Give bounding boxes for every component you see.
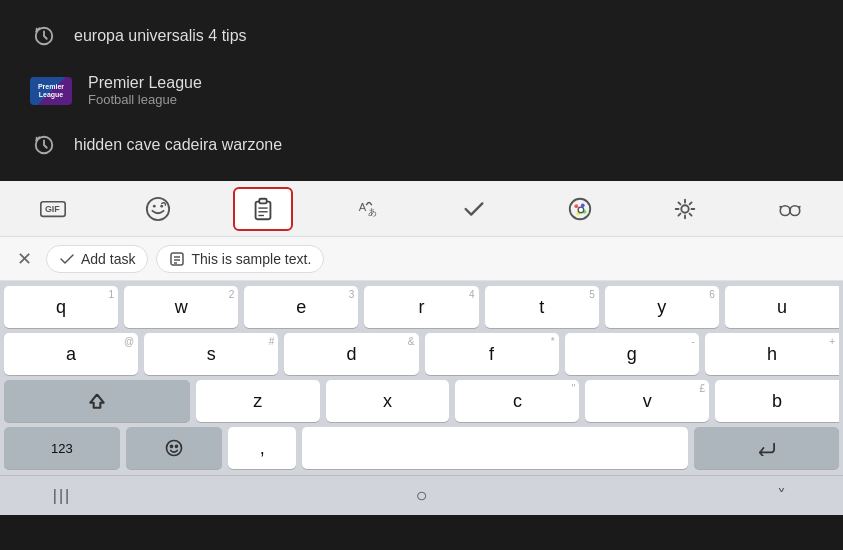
premier-league-thumb: PremierLeague (30, 77, 72, 105)
sample-text-pill[interactable]: This is sample text. (156, 245, 324, 273)
more-button[interactable] (760, 187, 820, 231)
svg-point-30 (167, 441, 182, 456)
add-task-pill[interactable]: Add task (46, 245, 148, 273)
history-icon-3 (30, 131, 58, 159)
suggestions-bar: ✕ Add task This is sample text. (0, 237, 843, 281)
key-row-2: a@ s# d& f* g- h+ (0, 328, 843, 375)
key-u[interactable]: u (725, 286, 839, 328)
key-q[interactable]: q1 (4, 286, 118, 328)
sample-text-label: This is sample text. (191, 251, 311, 267)
key-g[interactable]: g- (565, 333, 699, 375)
key-v[interactable]: v£ (585, 380, 709, 422)
key-x[interactable]: x (326, 380, 450, 422)
comma-key[interactable]: , (228, 427, 296, 469)
key-d[interactable]: d& (284, 333, 418, 375)
key-h[interactable]: h+ (705, 333, 839, 375)
menu-icon: ||| (53, 487, 71, 505)
svg-text:あ: あ (368, 206, 377, 216)
suggestion-text-group-2: Premier League Football league (88, 74, 202, 107)
palette-button[interactable] (550, 187, 610, 231)
bottom-nav: ||| ○ ˅ (0, 475, 843, 515)
gif-button[interactable]: GIF (23, 187, 83, 231)
emoji-key[interactable] (126, 427, 223, 469)
check-button[interactable] (444, 187, 504, 231)
suggestion-text-1: europa universalis 4 tips (74, 27, 247, 45)
sticker-button[interactable] (128, 187, 188, 231)
back-nav-button[interactable]: ˅ (759, 481, 803, 511)
close-suggestions-button[interactable]: ✕ (10, 245, 38, 273)
key-y[interactable]: y6 (605, 286, 719, 328)
key-e[interactable]: e3 (244, 286, 358, 328)
svg-point-15 (574, 204, 578, 208)
svg-point-5 (153, 204, 156, 207)
key-f[interactable]: f* (425, 333, 559, 375)
action-key[interactable] (694, 427, 839, 469)
keyboard: q1 w2 e3 r4 t5 y6 u a@ s# d& f* g- h+ z-… (0, 281, 843, 475)
add-task-label: Add task (81, 251, 135, 267)
key-z[interactable]: z- (196, 380, 320, 422)
svg-point-20 (681, 205, 688, 212)
svg-line-23 (780, 206, 782, 207)
svg-point-31 (171, 445, 173, 447)
key-row-4: 123 , (0, 422, 843, 475)
suggestion-item-1[interactable]: europa universalis 4 tips (0, 10, 843, 62)
key-w[interactable]: w2 (124, 286, 238, 328)
numbers-key[interactable]: 123 (4, 427, 120, 469)
suggestion-item-3[interactable]: hidden cave cadeira warzone (0, 119, 843, 171)
key-s[interactable]: s# (144, 333, 278, 375)
key-a[interactable]: a@ (4, 333, 138, 375)
key-row-1: q1 w2 e3 r4 t5 y6 u (0, 281, 843, 328)
settings-button[interactable] (655, 187, 715, 231)
key-r[interactable]: r4 (364, 286, 478, 328)
svg-text:A: A (359, 200, 367, 212)
clipboard-button[interactable] (233, 187, 293, 231)
home-icon: ○ (415, 484, 427, 507)
svg-point-4 (147, 197, 169, 219)
svg-rect-8 (260, 198, 267, 203)
home-nav-button[interactable]: ○ (400, 481, 444, 511)
key-t[interactable]: t5 (485, 286, 599, 328)
back-icon: ˅ (777, 485, 786, 507)
key-row-3: z- x c" v£ b (0, 375, 843, 422)
suggestion-text-3: hidden cave cadeira warzone (74, 136, 282, 154)
translate-button[interactable]: A あ (339, 187, 399, 231)
key-c[interactable]: c" (455, 380, 579, 422)
menu-nav-button[interactable]: ||| (40, 481, 84, 511)
history-icon-1 (30, 22, 58, 50)
svg-point-32 (176, 445, 178, 447)
shift-key[interactable] (4, 380, 190, 422)
key-b[interactable]: b (715, 380, 839, 422)
suggestion-subtitle-2: Football league (88, 92, 202, 107)
suggestion-item-2[interactable]: PremierLeague Premier League Football le… (0, 62, 843, 119)
suggestion-text-2: Premier League (88, 74, 202, 92)
svg-point-19 (578, 207, 584, 213)
svg-line-25 (798, 206, 800, 207)
keyboard-toolbar: GIF A あ (0, 181, 843, 237)
space-key[interactable] (302, 427, 688, 469)
suggestions-area: europa universalis 4 tips PremierLeague … (0, 0, 843, 181)
svg-point-6 (160, 204, 163, 207)
svg-text:GIF: GIF (45, 204, 60, 214)
